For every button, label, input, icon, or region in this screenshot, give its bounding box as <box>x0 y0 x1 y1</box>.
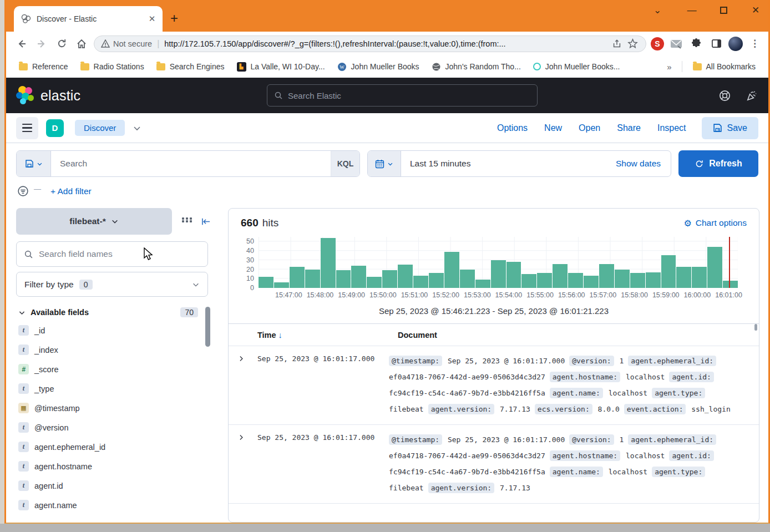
news-icon[interactable] <box>746 89 758 102</box>
histogram-bar[interactable] <box>321 238 336 288</box>
field-item[interactable]: tagent.ephemeral_id <box>16 437 211 457</box>
histogram-bar[interactable] <box>584 276 599 288</box>
add-filter-button[interactable]: + Add filter <box>50 186 92 196</box>
field-item[interactable]: t_type <box>16 379 211 398</box>
collapse-sidebar-icon[interactable] <box>201 217 211 226</box>
filter-by-type-select[interactable]: Filter by type 0 <box>16 272 208 297</box>
histogram-bar[interactable] <box>661 255 676 288</box>
bookmark-item[interactable]: Radio Stations <box>75 60 149 73</box>
index-pattern-select[interactable]: filebeat-* <box>16 208 172 235</box>
histogram-bar[interactable] <box>398 265 413 288</box>
minimize-button[interactable]: — <box>686 5 698 16</box>
not-secure-label[interactable]: Not secure <box>113 39 152 48</box>
browser-menu-icon[interactable]: ⋮ <box>747 36 763 52</box>
bookmarks-overflow-icon[interactable]: » <box>662 62 676 72</box>
histogram-bar[interactable] <box>305 270 320 288</box>
bookmark-star-icon[interactable] <box>625 36 640 52</box>
histogram-bar[interactable] <box>599 264 614 288</box>
field-item[interactable]: tagent.hostname <box>16 457 211 476</box>
histogram-bar[interactable] <box>382 270 397 288</box>
extension-mail-icon[interactable] <box>668 36 684 52</box>
histogram-bar[interactable] <box>568 273 583 288</box>
histogram-bar[interactable] <box>413 276 428 288</box>
histogram-bar[interactable] <box>506 262 521 288</box>
bookmark-item[interactable]: Reference <box>14 60 73 73</box>
profile-avatar[interactable] <box>728 37 743 51</box>
space-badge[interactable]: D <box>46 119 64 137</box>
field-item[interactable]: ▦@timestamp <box>16 398 211 418</box>
date-picker-button[interactable] <box>368 151 401 176</box>
menu-inspect[interactable]: Inspect <box>657 123 686 133</box>
table-scrollbar[interactable] <box>754 324 757 331</box>
home-icon[interactable] <box>74 36 89 52</box>
menu-options[interactable]: Options <box>497 123 528 133</box>
breadcrumb-discover[interactable]: Discover <box>75 120 125 136</box>
menu-hamburger-icon[interactable] <box>16 117 38 139</box>
field-item[interactable]: t@version <box>16 418 211 437</box>
histogram-bar[interactable] <box>274 282 289 288</box>
histogram-bar[interactable] <box>630 273 645 288</box>
all-bookmarks-button[interactable]: All Bookmarks <box>688 60 761 73</box>
histogram-bar[interactable] <box>553 264 568 288</box>
save-button[interactable]: Save <box>702 117 758 139</box>
url-text[interactable]: http://172.105.7.150/app/discover#/?_g=(… <box>164 39 609 48</box>
reload-icon[interactable] <box>54 36 69 52</box>
url-bar[interactable]: Not secure | http://172.105.7.150/app/di… <box>94 36 646 52</box>
kql-search-input[interactable]: Search <box>51 151 331 176</box>
column-document[interactable]: Document <box>398 331 437 340</box>
expand-row-icon[interactable] <box>237 432 257 496</box>
bookmark-item[interactable]: WJohn Mueller Books <box>332 60 424 74</box>
saved-query-button[interactable] <box>17 151 51 176</box>
histogram-bar[interactable] <box>537 273 552 288</box>
histogram-bar[interactable] <box>707 247 722 288</box>
field-search-input[interactable]: Search field names <box>16 241 208 267</box>
histogram-bar[interactable] <box>692 267 707 288</box>
kql-language-button[interactable]: KQL <box>331 151 359 176</box>
bookmark-item[interactable]: ▙La Valle, WI 10-Day... <box>232 60 330 74</box>
available-fields-header[interactable]: Available fields 70 <box>16 307 211 317</box>
extension-s-icon[interactable]: S <box>651 37 664 50</box>
histogram-bar[interactable] <box>429 273 444 288</box>
show-dates-button[interactable]: Show dates <box>606 151 671 176</box>
new-tab-button[interactable]: + <box>170 11 178 26</box>
forward-icon[interactable] <box>34 36 49 52</box>
not-secure-warning-icon[interactable] <box>101 39 110 48</box>
histogram-bar[interactable] <box>615 270 630 288</box>
field-item[interactable]: tagent.name <box>16 495 211 515</box>
close-window-button[interactable]: ✕ <box>749 4 762 16</box>
histogram-bar[interactable] <box>351 266 366 288</box>
expand-row-icon[interactable] <box>237 353 257 417</box>
column-time[interactable]: Time↓ <box>257 331 398 340</box>
histogram-bar[interactable] <box>676 267 691 288</box>
menu-open[interactable]: Open <box>579 123 600 133</box>
bookmark-item[interactable]: John Mueller Books... <box>528 60 625 73</box>
elastic-search-input[interactable]: Search Elastic <box>267 84 538 107</box>
histogram-bar[interactable] <box>259 277 273 288</box>
browser-tab[interactable]: Discover - Elastic ✕ <box>14 6 163 32</box>
field-settings-icon[interactable] <box>182 220 192 222</box>
histogram-bar[interactable] <box>491 260 506 288</box>
breadcrumb-chevron-icon[interactable] <box>133 124 141 133</box>
histogram-bar[interactable] <box>367 277 382 288</box>
field-item[interactable]: t_id <box>16 321 211 340</box>
field-item[interactable]: t_index <box>16 340 211 359</box>
histogram-bar[interactable] <box>336 270 351 288</box>
bookmark-item[interactable]: Search Engines <box>151 60 230 73</box>
field-item[interactable]: tagent.id <box>16 476 211 495</box>
histogram-bar[interactable] <box>521 274 536 288</box>
extensions-puzzle-icon[interactable] <box>688 36 704 52</box>
menu-share[interactable]: Share <box>617 123 641 133</box>
share-icon[interactable] <box>609 36 625 52</box>
sidebar-scrollbar[interactable] <box>205 307 210 347</box>
histogram-bar[interactable] <box>475 280 490 288</box>
help-icon[interactable] <box>718 89 731 102</box>
field-item[interactable]: #_score <box>16 359 211 379</box>
refresh-button[interactable]: Refresh <box>678 150 758 177</box>
bookmark-item[interactable]: John's Random Tho... <box>427 60 526 74</box>
menu-new[interactable]: New <box>544 123 562 133</box>
tab-search-icon[interactable]: ⌄ <box>651 4 663 16</box>
histogram-bar[interactable] <box>290 267 305 288</box>
histogram-bar[interactable] <box>723 281 738 288</box>
histogram-bar[interactable] <box>444 252 459 288</box>
chart-options-button[interactable]: ⚙ Chart options <box>683 218 747 229</box>
